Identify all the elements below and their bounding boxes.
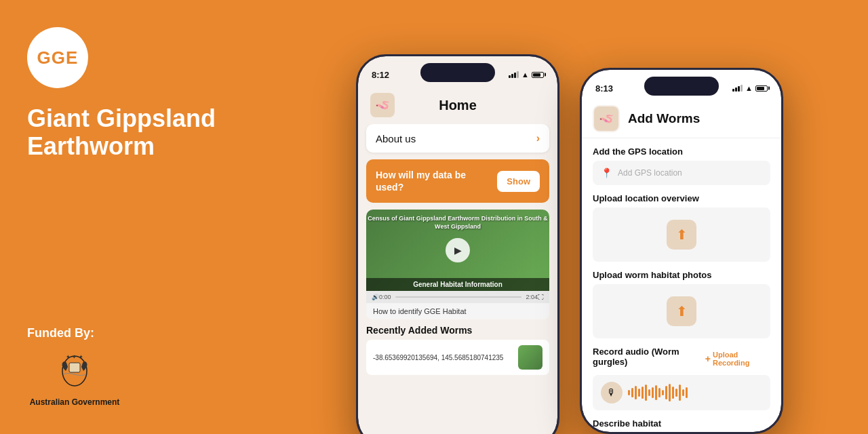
app-title: Giant Gippsland Earthworm xyxy=(27,104,244,161)
app-header-title-left: Home xyxy=(404,98,511,113)
signal-bar-r1 xyxy=(732,89,734,92)
phone-right: 8:13 ▲ 🪱 xyxy=(580,68,783,434)
video-card: Census of Giant Gippsland Earthworm Dist… xyxy=(366,210,549,319)
svg-text:✦ ✦ ✦: ✦ ✦ ✦ xyxy=(66,354,83,360)
video-controls: 🔊 0:00 2:04 ⛶ xyxy=(366,291,549,303)
svg-rect-1 xyxy=(69,363,80,372)
app-logo-left: 🪱 xyxy=(369,92,396,119)
waveform-bar xyxy=(669,384,671,401)
waveform-bar xyxy=(672,387,674,399)
battery-fill-right xyxy=(757,87,764,90)
waveform-bar xyxy=(686,387,688,398)
aw-title: Add Worms xyxy=(628,111,700,126)
signal-bar-3 xyxy=(514,73,516,78)
waveform-bars xyxy=(628,384,762,401)
worm-thumbnail xyxy=(518,345,542,370)
about-us-text: About us xyxy=(376,133,416,144)
signal-bar-r4 xyxy=(741,85,743,92)
left-panel: GGE Giant Gippsland Earthworm Funded By: xyxy=(0,0,271,434)
logo-text: GGE xyxy=(37,47,79,68)
phone-left: 8:12 ▲ 🪱 xyxy=(356,54,559,434)
waveform-bar xyxy=(642,387,644,399)
app-logo-inner-right: 🪱 xyxy=(594,106,618,131)
waveform-bar xyxy=(631,388,633,397)
play-button[interactable]: ▶ xyxy=(446,238,470,262)
gov-crest: ✦ ✦ ✦ Australian Government xyxy=(27,347,244,407)
gps-section-label: Add the GPS location xyxy=(593,146,770,157)
worm-coordinates: -38.65369920135694, 145.5685180741235 xyxy=(373,354,503,361)
video-overlay-text: Census of Giant Gippsland Earthworm Dist… xyxy=(366,215,549,231)
gps-placeholder: Add GPS location xyxy=(618,168,682,178)
upload-recording-btn[interactable]: + Upload Recording xyxy=(705,351,770,367)
aw-header: 🪱 Add Worms xyxy=(582,100,781,138)
battery-icon-left xyxy=(532,72,544,78)
gps-input-field[interactable]: 📍 Add GPS location xyxy=(593,161,770,185)
video-time-current: 0:00 xyxy=(379,294,391,300)
gov-label: Australian Government xyxy=(27,397,122,407)
describe-habitat-label: Describe habitat xyxy=(593,418,770,429)
status-icons-right: ▲ xyxy=(732,84,768,92)
upload-habitat-icon: ⬆ xyxy=(667,296,696,326)
waveform-bar xyxy=(645,384,647,401)
waveform-bar xyxy=(665,386,667,399)
phone-left-notch xyxy=(420,63,495,82)
chevron-right-icon: › xyxy=(536,132,540,144)
app-logo-right: 🪱 xyxy=(593,105,620,132)
upload-habitat-label: Upload worm habitat photos xyxy=(593,270,770,280)
screen-content-left: About us › How will my data be used? Sho… xyxy=(358,124,557,378)
waveform-bar xyxy=(682,389,684,396)
waveform-bar xyxy=(675,389,677,397)
mic-icon: 🎙 xyxy=(601,382,623,403)
wifi-icon-right: ▲ xyxy=(745,84,753,92)
signal-bar-2 xyxy=(511,74,513,78)
waveform-bar xyxy=(648,389,650,396)
phone-right-notch xyxy=(644,77,719,96)
funded-section: Funded By: ✦ ✦ ✦ xyxy=(27,326,244,407)
battery-fill-left xyxy=(533,73,540,77)
banner-question: How will my data be used? xyxy=(376,169,484,193)
waveform-bar xyxy=(652,387,654,398)
waveform-bar xyxy=(628,390,630,395)
video-time-total: 2:04 xyxy=(526,294,538,300)
logo-circle: GGE xyxy=(27,27,88,88)
upload-overview-box[interactable]: ⬆ xyxy=(593,208,770,262)
status-icons-left: ▲ xyxy=(509,71,544,79)
waveform-bar xyxy=(638,389,640,397)
worm-entry[interactable]: -38.65369920135694, 145.5685180741235 xyxy=(366,340,549,375)
app-logo-inner-left: 🪱 xyxy=(370,93,395,117)
recently-added-title: Recently Added Worms xyxy=(366,325,549,336)
about-us-row[interactable]: About us › xyxy=(366,124,549,153)
show-button[interactable]: Show xyxy=(497,171,540,192)
battery-icon-right xyxy=(755,85,768,92)
phones-area: 8:12 ▲ 🪱 xyxy=(271,0,868,434)
video-thumbnail: Census of Giant Gippsland Earthworm Dist… xyxy=(366,210,549,291)
aw-content: Add the GPS location 📍 Add GPS location … xyxy=(582,138,781,432)
app-title-line2: Earthworm xyxy=(27,132,155,160)
video-icon-speaker: 🔊 xyxy=(372,294,379,300)
phone-right-screen: 8:13 ▲ 🪱 xyxy=(582,70,781,432)
record-audio-label: Record audio (Worm gurgles) xyxy=(593,347,705,367)
upload-habitat-box[interactable]: ⬆ xyxy=(593,284,770,338)
upload-recording-text: Upload Recording xyxy=(713,351,770,367)
waveform-bar xyxy=(658,388,660,397)
wifi-icon-left: ▲ xyxy=(521,71,529,79)
waveform-bar xyxy=(655,385,657,400)
banner-card: How will my data be used? Show xyxy=(366,159,549,203)
signal-bar-r2 xyxy=(735,87,737,92)
video-progress-bar[interactable] xyxy=(395,296,522,298)
video-label: How to identify GGE Habitat xyxy=(366,303,549,319)
general-habitat-label: General Habitat Information xyxy=(366,278,549,291)
signal-icon xyxy=(509,71,519,78)
waveform-bar xyxy=(679,384,681,401)
audio-waveform[interactable]: 🎙 xyxy=(593,375,770,410)
app-title-line1: Giant Gippsland xyxy=(27,104,216,132)
gps-icon: 📍 xyxy=(601,167,612,178)
upload-overview-icon: ⬆ xyxy=(667,220,696,250)
signal-bar-4 xyxy=(517,71,519,78)
video-icon-fullscreen: ⛶ xyxy=(538,294,544,300)
gov-crest-svg: ✦ ✦ ✦ xyxy=(27,347,122,395)
waveform-bar xyxy=(662,390,664,395)
status-time-right: 8:13 xyxy=(595,83,613,94)
funded-label: Funded By: xyxy=(27,326,244,340)
audio-row: Record audio (Worm gurgles) + Upload Rec… xyxy=(593,347,770,371)
